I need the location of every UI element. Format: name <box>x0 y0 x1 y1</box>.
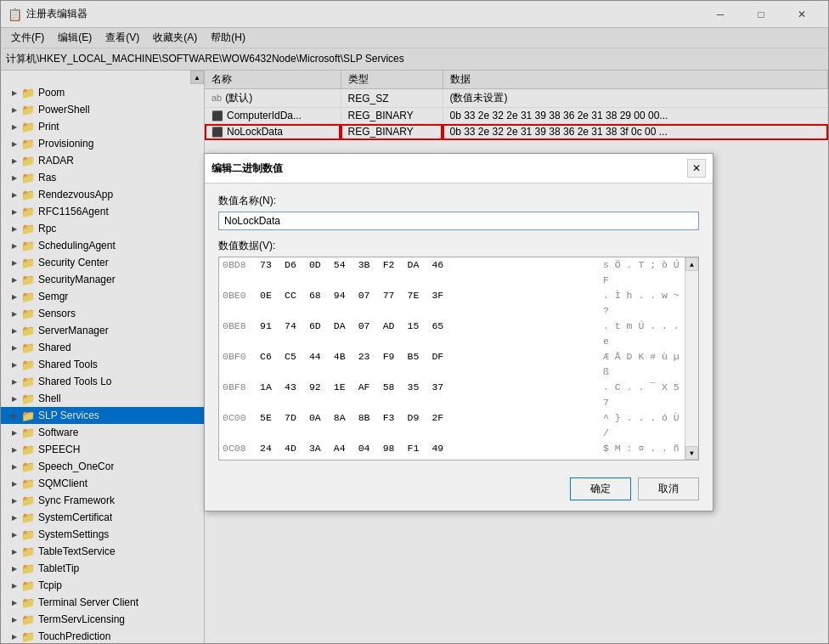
hex-row: 0BD8 73 D6 0D 54 3B F2 DA 46 s Ö . T ; ò… <box>219 257 685 288</box>
hex-bytes: 1A 43 92 1E AF 58 35 37 <box>253 380 600 410</box>
name-input[interactable] <box>218 212 699 230</box>
hex-row: 0C00 5E 7D 0A 8A 8B F3 D9 2F ^ } . . . ó… <box>219 410 685 441</box>
hex-content[interactable]: 0BD8 73 D6 0D 54 3B F2 DA 46 s Ö . T ; ò… <box>219 257 685 460</box>
hex-address: 0BE8 <box>219 319 253 349</box>
hex-address: 0C00 <box>219 410 253 441</box>
hex-scrollbar[interactable]: ▲ ▼ <box>685 257 698 460</box>
hex-row: 0C08 24 4D 3A A4 04 98 F1 49 $ M : ¤ . .… <box>219 441 685 460</box>
binary-edit-dialog: 编辑二进制数值 ✕ 数值名称(N): 数值数据(V): 0BD8 73 D6 <box>204 153 713 511</box>
modal-body: 数值名称(N): 数值数据(V): 0BD8 73 D6 0D 54 <box>205 184 713 471</box>
hex-row: 0BE8 91 74 6D DA 07 AD 15 65 . t m Ú . .… <box>219 319 685 349</box>
hex-bytes: 91 74 6D DA 07 AD 15 65 <box>253 319 600 349</box>
hex-bytes: 73 D6 0D 54 3B F2 DA 46 <box>253 257 600 288</box>
modal-overlay: 编辑二进制数值 ✕ 数值名称(N): 数值数据(V): 0BD8 73 D6 <box>0 0 829 644</box>
modal-close-button[interactable]: ✕ <box>687 159 706 178</box>
hex-chars: . Ì h . . w ~ ? <box>600 288 685 319</box>
hex-address: 0BE0 <box>219 288 253 319</box>
modal-title: 编辑二进制数值 <box>211 161 283 176</box>
cancel-button[interactable]: 取消 <box>638 477 699 500</box>
hex-chars: Æ Å D K # ù µ ß <box>600 349 685 380</box>
hex-address: 0BD8 <box>219 257 253 288</box>
modal-title-bar: 编辑二进制数值 ✕ <box>205 154 713 184</box>
hex-chars: ^ } . . . ó Ù / <box>600 410 685 441</box>
hex-bytes: 5E 7D 0A 8A 8B F3 D9 2F <box>253 410 600 441</box>
hex-address: 0BF8 <box>219 380 253 410</box>
name-label: 数值名称(N): <box>218 194 699 208</box>
hex-bytes: 0E CC 68 94 07 77 7E 3F <box>253 288 600 319</box>
hex-chars: s Ö . T ; ò Ú F <box>600 257 685 288</box>
hex-scroll-up[interactable]: ▲ <box>685 257 698 271</box>
hex-editor[interactable]: 0BD8 73 D6 0D 54 3B F2 DA 46 s Ö . T ; ò… <box>218 257 699 460</box>
hex-row: 0BF0 C6 C5 44 4B 23 F9 B5 DF Æ Å D K # ù… <box>219 349 685 380</box>
hex-chars: . C . . ¯ X 5 7 <box>600 380 685 410</box>
hex-scroll-down[interactable]: ▼ <box>685 446 698 460</box>
value-label: 数值数据(V): <box>218 239 699 253</box>
hex-row: 0BE0 0E CC 68 94 07 77 7E 3F . Ì h . . w… <box>219 288 685 319</box>
modal-footer: 确定 取消 <box>205 471 713 511</box>
hex-address: 0BF0 <box>219 349 253 380</box>
hex-chars: $ M : ¤ . . ñ I <box>600 441 685 460</box>
ok-button[interactable]: 确定 <box>570 477 631 500</box>
hex-bytes: 24 4D 3A A4 04 98 F1 49 <box>253 441 600 460</box>
hex-address: 0C08 <box>219 441 253 460</box>
hex-chars: . t m Ú . . . e <box>600 319 685 349</box>
hex-bytes: C6 C5 44 4B 23 F9 B5 DF <box>253 349 600 380</box>
hex-row: 0BF8 1A 43 92 1E AF 58 35 37 . C . . ¯ X… <box>219 380 685 410</box>
hex-scroll-track <box>685 271 698 446</box>
